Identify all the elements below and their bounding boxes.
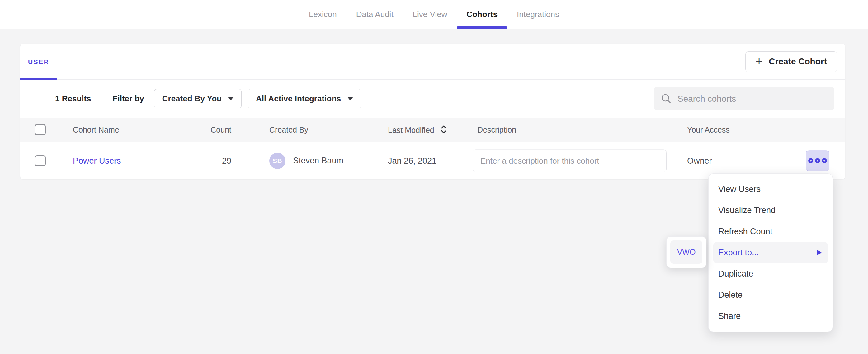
column-count: Count bbox=[151, 125, 231, 134]
column-created-by: Created By bbox=[269, 125, 308, 134]
search-input[interactable] bbox=[678, 94, 828, 104]
create-cohort-label: Create Cohort bbox=[769, 57, 827, 67]
select-all-checkbox[interactable] bbox=[35, 124, 46, 135]
row-actions-button[interactable] bbox=[806, 150, 829, 171]
panel-header: USER + Create Cohort bbox=[20, 44, 845, 79]
table-header: Cohort Name Count Created By Last Modifi… bbox=[20, 118, 845, 142]
created-by-filter-dropdown[interactable]: Created By You bbox=[154, 89, 242, 108]
export-submenu: VWO bbox=[666, 236, 706, 268]
menu-item-duplicate[interactable]: Duplicate bbox=[713, 263, 828, 284]
cohorts-panel: USER + Create Cohort 1 Results Filter by… bbox=[20, 43, 845, 180]
three-dots-icon bbox=[808, 158, 813, 163]
create-cohort-button[interactable]: + Create Cohort bbox=[745, 51, 837, 72]
search-icon bbox=[661, 93, 672, 104]
column-last-modified[interactable]: Last Modified bbox=[388, 125, 448, 135]
created-by-filter-value: Created By You bbox=[162, 94, 222, 104]
last-modified-date: Jan 26, 2021 bbox=[388, 156, 436, 165]
menu-item-view-users[interactable]: View Users bbox=[713, 179, 828, 200]
sort-icon[interactable] bbox=[440, 125, 448, 134]
column-description: Description bbox=[477, 125, 516, 134]
tab-lexicon[interactable]: Lexicon bbox=[299, 0, 346, 29]
avatar: SB bbox=[269, 153, 285, 169]
menu-item-visualize-trend[interactable]: Visualize Trend bbox=[713, 200, 828, 221]
tab-live-view[interactable]: Live View bbox=[403, 0, 457, 29]
top-navigation: Lexicon Data Audit Live View Cohorts Int… bbox=[0, 0, 868, 29]
caret-down-icon bbox=[347, 97, 353, 100]
column-cohort-name: Cohort Name bbox=[73, 125, 119, 134]
divider bbox=[102, 92, 102, 105]
created-by-name: Steven Baum bbox=[293, 156, 343, 165]
filter-bar: 1 Results Filter by Created By You All A… bbox=[20, 79, 845, 118]
cohort-count: 29 bbox=[151, 156, 231, 165]
menu-item-delete[interactable]: Delete bbox=[713, 284, 828, 305]
three-dots-icon bbox=[815, 158, 820, 163]
submenu-item-vwo[interactable]: VWO bbox=[670, 240, 702, 264]
tab-integrations[interactable]: Integrations bbox=[507, 0, 569, 29]
menu-item-share[interactable]: Share bbox=[713, 305, 828, 327]
row-checkbox[interactable] bbox=[35, 155, 46, 166]
cohort-name-link[interactable]: Power Users bbox=[73, 156, 121, 165]
filter-by-label: Filter by bbox=[113, 94, 144, 104]
row-actions-menu: View Users Visualize Trend Refresh Count… bbox=[708, 173, 833, 332]
tab-cohorts[interactable]: Cohorts bbox=[457, 0, 507, 29]
integrations-filter-value: All Active Integrations bbox=[256, 94, 341, 104]
created-by-cell: SB Steven Baum bbox=[269, 153, 343, 169]
caret-down-icon bbox=[228, 97, 234, 100]
description-input[interactable] bbox=[473, 149, 666, 172]
three-dots-icon bbox=[822, 158, 827, 163]
access-value: Owner bbox=[687, 156, 712, 165]
plus-icon: + bbox=[755, 55, 763, 67]
tab-user-cohorts[interactable]: USER bbox=[20, 44, 57, 79]
search-cohorts-box[interactable] bbox=[654, 87, 834, 110]
integrations-filter-dropdown[interactable]: All Active Integrations bbox=[248, 89, 361, 108]
menu-item-refresh-count[interactable]: Refresh Count bbox=[713, 221, 828, 242]
column-your-access: Your Access bbox=[687, 125, 730, 134]
menu-item-export-to-label: Export to... bbox=[718, 248, 759, 258]
tab-data-audit[interactable]: Data Audit bbox=[346, 0, 403, 29]
column-last-modified-label: Last Modified bbox=[388, 126, 434, 134]
submenu-arrow-icon bbox=[817, 250, 822, 255]
results-count: 1 Results bbox=[55, 94, 91, 104]
menu-item-export-to[interactable]: Export to... bbox=[713, 242, 828, 263]
